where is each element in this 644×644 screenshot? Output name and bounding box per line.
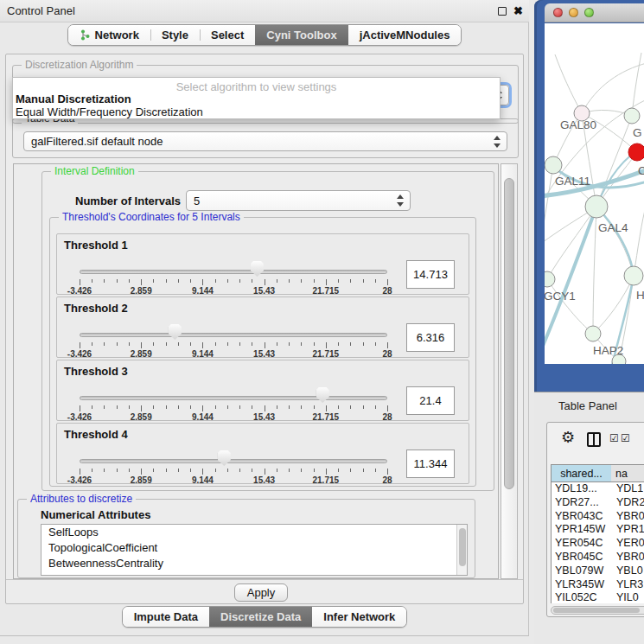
network-window-titlebar[interactable] <box>545 3 644 22</box>
threshold-slider-track[interactable] <box>80 459 387 463</box>
attributes-scrollbar[interactable] <box>456 525 467 575</box>
number-of-intervals-combo[interactable]: 5 <box>186 190 411 211</box>
gear-icon[interactable]: ⚙ <box>561 428 575 447</box>
slider-tick <box>252 469 252 472</box>
table-row[interactable]: YER054CYER0 <box>552 537 644 551</box>
threshold-value-field[interactable]: 11.344 <box>406 450 455 478</box>
slider-tick <box>202 342 203 348</box>
slider-tick <box>375 342 376 346</box>
attribute-list-item[interactable]: BetweennessCentrality <box>41 556 467 571</box>
settings-vertical-scrollbar[interactable] <box>501 163 518 579</box>
network-edge[interactable] <box>634 203 644 276</box>
threshold-slider-track[interactable] <box>80 270 387 274</box>
column-layout-icon[interactable] <box>587 432 601 447</box>
network-node[interactable] <box>545 271 555 287</box>
network-edge[interactable] <box>547 279 593 334</box>
table-data-combo[interactable]: galFiltered.sif default node <box>23 131 507 151</box>
threshold-slider-thumb[interactable] <box>316 387 329 403</box>
threshold-value-field[interactable]: 14.713 <box>406 260 455 289</box>
tab-style[interactable]: Style <box>150 25 200 45</box>
apply-button[interactable]: Apply <box>234 583 288 602</box>
network-edge[interactable] <box>593 207 596 334</box>
slider-tick <box>314 469 315 472</box>
network-edge[interactable] <box>555 54 582 113</box>
slider-tick <box>141 469 142 475</box>
network-node[interactable] <box>628 143 644 161</box>
slider-tick <box>202 405 203 411</box>
threshold-slider-track[interactable] <box>80 333 387 337</box>
slider-tick <box>215 279 216 283</box>
slider-tick <box>277 279 277 283</box>
network-node[interactable] <box>624 108 640 124</box>
checkbox-icon[interactable]: ☑ <box>609 432 619 444</box>
tab-separator <box>200 29 201 41</box>
network-node[interactable] <box>624 266 643 285</box>
table-row[interactable]: YDL19...YDL1 <box>552 482 644 496</box>
slider-tick <box>326 405 327 411</box>
table-horizontal-scrollbar[interactable] <box>551 606 644 615</box>
mac-zoom-button[interactable] <box>584 8 594 17</box>
slider-tick <box>338 342 339 346</box>
slider-tick-label: 28 <box>382 286 392 296</box>
checkbox-icon[interactable]: ☑ <box>621 432 630 444</box>
slider-tick-label: 9.144 <box>192 349 214 359</box>
table-row[interactable]: YDR27...YDR2 <box>552 496 644 510</box>
scrollbar-thumb[interactable] <box>553 608 640 613</box>
slider-tick <box>92 469 92 472</box>
threshold-slider-thumb[interactable] <box>251 261 264 277</box>
mac-close-button[interactable] <box>553 8 563 17</box>
tab-impute-data[interactable]: Impute Data <box>123 607 209 627</box>
threshold-value-field[interactable]: 21.4 <box>406 386 455 415</box>
algorithm-popup-item[interactable]: Equal Width/Frequency Discretization <box>16 105 497 118</box>
threshold-slider-thumb[interactable] <box>169 324 182 340</box>
network-edge[interactable] <box>545 165 553 258</box>
close-icon[interactable]: ✖ <box>513 3 523 19</box>
network-edge[interactable] <box>596 207 634 276</box>
tab-jactivemnodules[interactable]: jActiveMNodules <box>348 25 462 45</box>
slider-tick <box>277 469 277 472</box>
network-node[interactable] <box>545 156 562 174</box>
table-row[interactable]: YBR043CYBR0 <box>552 510 644 524</box>
slider-tick <box>314 405 315 409</box>
threshold-value-field[interactable]: 6.316 <box>406 323 455 352</box>
table-row[interactable]: YLR345WYLR3 <box>552 578 644 592</box>
slider-tick-label: 9.144 <box>192 412 214 422</box>
table-column-header-shared[interactable]: shared... <box>551 464 612 482</box>
tab-select[interactable]: Select <box>200 25 255 45</box>
table-row[interactable]: YIL052CYIL0 <box>552 591 644 603</box>
threshold-label: Threshold 2 <box>64 302 128 315</box>
tab-cyni-toolbox[interactable]: Cyni Toolbox <box>255 25 348 45</box>
slider-tick <box>141 405 142 411</box>
network-node[interactable] <box>585 195 608 218</box>
network-canvas[interactable]: GAL80GCGAL11GAL4GCY1HHAP2 <box>545 23 644 364</box>
table-row[interactable]: YBR045CYBR0 <box>552 551 644 564</box>
tab-network[interactable]: Network <box>68 25 150 45</box>
network-node[interactable] <box>585 326 601 341</box>
threshold-slider-thumb[interactable] <box>218 450 231 466</box>
table-row[interactable]: YPR145WYPR1 <box>552 523 644 537</box>
scrollbar-thumb[interactable] <box>504 178 514 489</box>
network-edge[interactable] <box>596 207 634 276</box>
slider-tick <box>289 405 290 409</box>
numerical-attributes-list[interactable]: SelfLoopsTopologicalCoefficientBetweenne… <box>41 524 468 576</box>
slider-tick <box>350 405 351 409</box>
mac-minimize-button[interactable] <box>569 8 578 17</box>
float-window-icon[interactable] <box>498 7 507 16</box>
slider-tick <box>202 279 203 285</box>
slider-tick <box>227 342 228 346</box>
attribute-list-item[interactable]: SelfLoops <box>41 525 467 540</box>
table-row[interactable]: YBL079WYBL0 <box>552 564 644 578</box>
control-panel-titlebar[interactable]: Control Panel ✖ <box>0 0 529 22</box>
slider-tick <box>92 405 92 409</box>
slider-tick <box>387 279 388 285</box>
threshold-slider-track[interactable] <box>80 396 387 400</box>
attribute-list-item[interactable]: TopologicalCoefficient <box>41 540 467 556</box>
threshold-card: Threshold 2-3.4262.8599.14415.4321.71528… <box>56 296 469 358</box>
tab-discretize-data[interactable]: Discretize Data <box>209 607 312 627</box>
table-cell-shared-name: YIL052C <box>555 591 612 603</box>
table-column-header-name[interactable]: na <box>611 464 644 482</box>
tab-infer-network[interactable]: Infer Network <box>312 607 406 627</box>
slider-tick-labels: -3.4262.8599.14415.4321.71528 <box>80 475 387 485</box>
slider-tick <box>92 342 92 346</box>
algorithm-popup-item[interactable]: Manual Discretization <box>16 92 497 105</box>
